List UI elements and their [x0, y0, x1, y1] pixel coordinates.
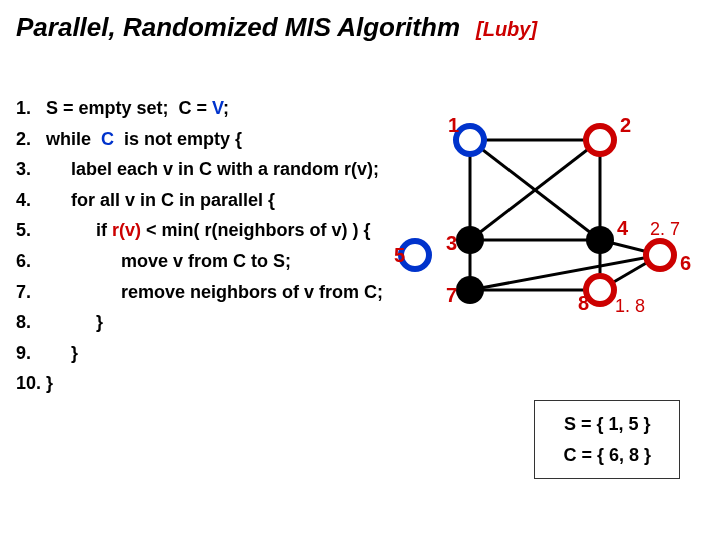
r-label-6: 2. 7: [650, 219, 680, 239]
status-c: C = { 6, 8 }: [563, 440, 651, 471]
svg-point-18: [646, 241, 674, 269]
svg-point-13: [586, 226, 614, 254]
graph-diagram: 1 2 3 4 5 6 7 8 2. 7 1. 8: [420, 110, 700, 390]
svg-point-17: [586, 126, 614, 154]
svg-point-16: [401, 241, 429, 269]
node-label-7: 7: [446, 284, 457, 306]
node-label-2: 2: [620, 114, 631, 136]
status-box: S = { 1, 5 } C = { 6, 8 }: [534, 400, 680, 479]
svg-point-19: [586, 276, 614, 304]
svg-point-15: [456, 126, 484, 154]
node-label-5: 5: [394, 244, 405, 266]
node-label-4: 4: [617, 217, 629, 239]
svg-point-14: [456, 276, 484, 304]
graph-edges: [470, 140, 660, 290]
node-label-3: 3: [446, 232, 457, 254]
title-row: Parallel, Randomized MIS Algorithm [Luby…: [16, 12, 704, 43]
graph-svg: 1 2 3 4 5 6 7 8 2. 7 1. 8: [420, 110, 700, 390]
node-label-8: 8: [578, 292, 589, 314]
node-label-6: 6: [680, 252, 691, 274]
status-s: S = { 1, 5 }: [563, 409, 651, 440]
citation: [Luby]: [476, 18, 537, 41]
node-label-1: 1: [448, 114, 459, 136]
r-label-8: 1. 8: [615, 296, 645, 316]
page-title: Parallel, Randomized MIS Algorithm: [16, 12, 460, 43]
svg-point-12: [456, 226, 484, 254]
